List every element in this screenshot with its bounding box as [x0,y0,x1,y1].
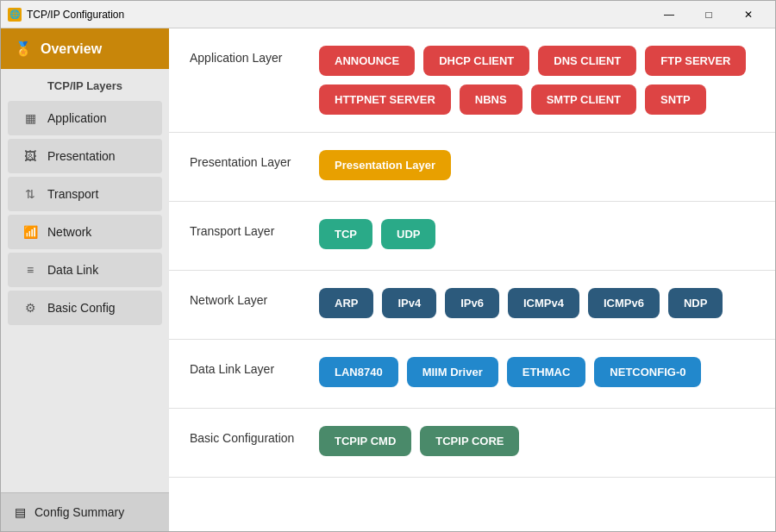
chip-ipv6[interactable]: IPv6 [445,288,499,318]
layer-label-transport: Transport Layer [190,219,319,238]
layer-label-application: Application Layer [190,46,319,65]
presentation-icon: 🖼 [22,147,39,165]
sidebar-item-label: Network [47,225,91,239]
sidebar-item-basic-config[interactable]: ⚙ Basic Config [8,291,162,325]
chip-icmpv6[interactable]: ICMPv6 [588,288,660,318]
chip-nbns[interactable]: NBNS [460,84,523,115]
sidebar-item-transport[interactable]: ⇅ Transport [8,177,162,211]
layer-chips-presentation: Presentation Layer [319,150,754,180]
layer-row-basic-config: Basic ConfigurationTCPIP CMDTCPIP CORE [169,409,775,478]
layer-label-basic-config: Basic Configuration [190,426,319,445]
sidebar-item-network[interactable]: 📶 Network [8,215,162,249]
overview-label: Overview [41,41,102,57]
layer-chips-transport: TCPUDP [319,219,754,249]
layer-chips-network: ARPIPv4IPv6ICMPv4ICMPv6NDP [319,288,754,318]
chip-presentation-layer[interactable]: Presentation Layer [319,150,451,180]
chip-lan8740[interactable]: LAN8740 [319,357,398,387]
window-title: TCP/IP Configuration [27,9,649,21]
chip-ipv4[interactable]: IPv4 [382,288,436,318]
sidebar-item-label: Basic Config [47,301,116,315]
sidebar-item-label: Data Link [47,263,98,277]
main-panel: Application LayerANNOUNCEDHCP CLIENTDNS … [169,28,775,531]
maximize-button[interactable]: □ [689,1,729,28]
sidebar-item-label: Transport [47,187,98,201]
overview-icon: 🏅 [15,41,32,57]
chip-httpnet-server[interactable]: HTTPNET SERVER [319,84,451,115]
sidebar-section-title: TCP/IP Layers [1,69,169,99]
layer-row-data-link: Data Link LayerLAN8740MIIM DriverETHMACN… [169,340,775,409]
content-area: 🏅 Overview TCP/IP Layers ▦ Application 🖼… [1,28,775,531]
chip-ftp-server[interactable]: FTP SERVER [645,46,746,76]
app-icon: 🌐 [8,8,22,22]
sidebar-item-label: Presentation [47,149,116,163]
layer-row-transport: Transport LayerTCPUDP [169,202,775,271]
close-button[interactable]: ✕ [729,1,768,28]
overview-button[interactable]: 🏅 Overview [1,28,169,69]
layer-label-network: Network Layer [190,288,319,307]
layer-chips-data-link: LAN8740MIIM DriverETHMACNETCONFIG-0 [319,357,754,387]
layer-row-presentation: Presentation LayerPresentation Layer [169,133,775,202]
chip-arp[interactable]: ARP [319,288,373,318]
chip-tcpip-cmd[interactable]: TCPIP CMD [319,426,411,456]
chip-icmpv4[interactable]: ICMPv4 [508,288,579,318]
chip-ethmac[interactable]: ETHMAC [507,357,586,387]
transport-icon: ⇅ [22,185,39,203]
chip-dns-client[interactable]: DNS CLIENT [538,46,636,76]
chip-tcp[interactable]: TCP [319,219,372,249]
basic-config-icon: ⚙ [22,299,39,316]
config-summary-button[interactable]: ▤ Config Summary [1,492,169,531]
chip-smtp-client[interactable]: SMTP CLIENT [531,84,636,115]
config-summary-label: Config Summary [34,505,124,519]
title-bar: 🌐 TCP/IP Configuration — □ ✕ [1,1,775,28]
main-window: 🌐 TCP/IP Configuration — □ ✕ 🏅 Overview … [0,0,776,532]
window-controls: — □ ✕ [649,1,768,28]
sidebar-item-data-link[interactable]: ≡ Data Link [8,253,162,287]
layer-row-application: Application LayerANNOUNCEDHCP CLIENTDNS … [169,28,775,133]
layer-label-data-link: Data Link Layer [190,357,319,376]
application-icon: ▦ [22,110,39,127]
layer-chips-basic-config: TCPIP CMDTCPIP CORE [319,426,754,456]
minimize-button[interactable]: — [649,1,689,28]
chip-miim-driver[interactable]: MIIM Driver [407,357,498,387]
data-link-icon: ≡ [22,261,39,279]
network-icon: 📶 [22,223,39,241]
chip-dhcp-client[interactable]: DHCP CLIENT [423,46,529,76]
config-summary-icon: ▤ [15,505,26,519]
chip-netconfig-0[interactable]: NETCONFIG-0 [594,357,701,387]
sidebar-item-label: Application [47,111,107,125]
sidebar-item-presentation[interactable]: 🖼 Presentation [8,139,162,173]
sidebar: 🏅 Overview TCP/IP Layers ▦ Application 🖼… [1,28,169,531]
chip-ndp[interactable]: NDP [668,288,723,318]
chip-announce[interactable]: ANNOUNCE [319,46,415,76]
chip-udp[interactable]: UDP [381,219,435,249]
layer-label-presentation: Presentation Layer [190,150,319,169]
chip-tcpip-core[interactable]: TCPIP CORE [420,426,519,456]
layer-chips-application: ANNOUNCEDHCP CLIENTDNS CLIENTFTP SERVERH… [319,46,754,115]
chip-sntp[interactable]: SNTP [645,84,706,115]
layer-row-network: Network LayerARPIPv4IPv6ICMPv4ICMPv6NDP [169,271,775,340]
sidebar-item-application[interactable]: ▦ Application [8,101,162,135]
